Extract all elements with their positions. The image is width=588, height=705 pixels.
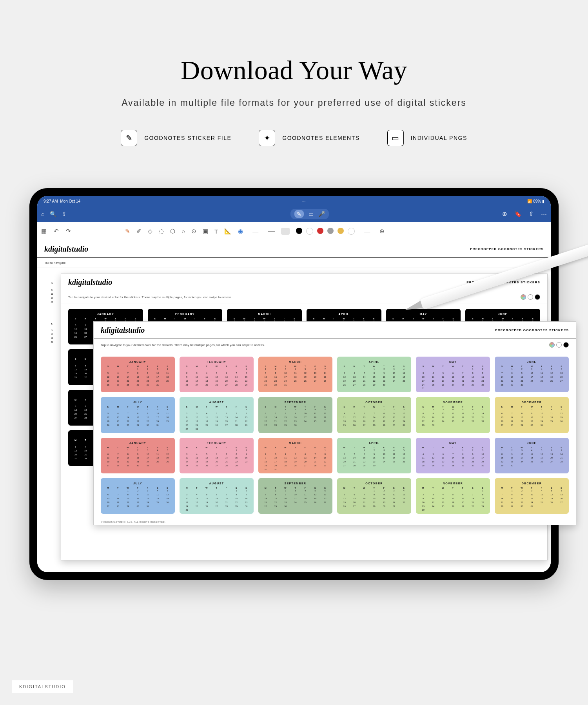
month-name: MAY bbox=[388, 311, 459, 317]
month-name: DECEMBER bbox=[497, 399, 566, 406]
shape-icon[interactable]: ○ bbox=[181, 228, 185, 235]
image-icon[interactable]: ▣ bbox=[203, 228, 208, 235]
mini-calendar[interactable]: JULY MTWTFSS 123456789101112131415161718… bbox=[101, 478, 175, 514]
month-name: JUNE bbox=[497, 440, 566, 446]
folder-icon: ▭ bbox=[387, 130, 404, 146]
palette-swatch[interactable] bbox=[535, 294, 540, 300]
add-icon[interactable]: ⊕ bbox=[502, 210, 507, 217]
pen-tool-icon[interactable]: ✎ bbox=[125, 228, 130, 235]
month-name: MAY bbox=[418, 359, 488, 365]
export-icon[interactable]: ⇧ bbox=[529, 210, 534, 217]
more-icon[interactable]: ⋯ bbox=[541, 210, 547, 217]
month-name: MARCH bbox=[229, 311, 299, 317]
mini-calendar[interactable]: NOVEMBER MTWTFSS 12345678910111213141516… bbox=[416, 478, 490, 514]
footer-brand-tag: KDIGITALSTUDIO bbox=[12, 680, 73, 693]
mini-calendar[interactable]: APRIL SMTWTFS 12345678910111213141516171… bbox=[337, 357, 411, 392]
mini-calendar[interactable]: JUNE MTWTFSS 123456789101112131415161718… bbox=[495, 438, 569, 473]
mini-calendar[interactable]: JUNE SMTWTFS 123456789101112131415161718… bbox=[495, 357, 569, 392]
text-icon[interactable]: T bbox=[214, 228, 218, 235]
undo-icon[interactable]: ↶ bbox=[54, 228, 59, 235]
mini-calendar[interactable]: OCTOBER MTWTFSS 123456789101112131415161… bbox=[337, 478, 411, 514]
page-subtitle: Available in multiple file formats for y… bbox=[0, 98, 588, 108]
color-swatch[interactable] bbox=[338, 228, 344, 234]
format-label: GOODNOTES STICKER FILE bbox=[144, 135, 231, 141]
month-name: FEBRUARY bbox=[150, 311, 220, 317]
month-name: SEPTEMBER bbox=[261, 399, 330, 406]
mini-calendar[interactable]: FEBRUARY SMTWTFS 12345678910111213141516… bbox=[180, 357, 254, 392]
divider: — bbox=[364, 228, 370, 235]
format-option: ✦GOODNOTES ELEMENTS bbox=[259, 130, 359, 146]
format-option: ▭INDIVIDUAL PNGS bbox=[387, 130, 467, 146]
month-name: JANUARY bbox=[103, 440, 172, 446]
format-row: ✎GOODNOTES STICKER FILE✦GOODNOTES ELEMEN… bbox=[0, 130, 588, 146]
pen-mode-icon[interactable]: ✎ bbox=[294, 210, 304, 218]
mini-calendar[interactable]: OCTOBER SMTWTFS 123456789101112131415161… bbox=[337, 397, 411, 433]
status-bar: 9:27 AM Mon Oct 14 ··· 📶 89% ▮ bbox=[37, 196, 551, 206]
color-swatch[interactable] bbox=[317, 228, 323, 234]
month-name: NOVEMBER bbox=[418, 480, 488, 487]
mini-calendar[interactable]: DECEMBER MTWTFSS 12345678910111213141516… bbox=[495, 478, 569, 514]
divider: — bbox=[252, 228, 258, 235]
color-swatch[interactable] bbox=[306, 228, 313, 235]
mini-calendar[interactable]: JULY SMTWTFS 123456789101112131415161718… bbox=[101, 397, 175, 433]
elements-icon[interactable]: ⊙ bbox=[191, 228, 196, 235]
color-swatch[interactable] bbox=[296, 228, 302, 234]
lasso-icon[interactable]: ⬡ bbox=[170, 228, 175, 235]
brand-logo: kdigitalstudio bbox=[68, 278, 112, 287]
mini-calendar[interactable]: DECEMBER SMTWTFS 12345678910111213141516… bbox=[495, 397, 569, 433]
mini-calendar[interactable]: JANUARY SMTWTFS 123456789101112131415161… bbox=[101, 357, 175, 392]
palette-swatch[interactable] bbox=[556, 342, 562, 348]
sticker-sheet-color[interactable]: kdigitalstudio PRECROPPED GOODNOTES STIC… bbox=[93, 321, 576, 525]
home-icon[interactable]: ⌂ bbox=[41, 211, 44, 217]
mini-calendar[interactable]: MAY MTWTFSS 1234567891011121314151617181… bbox=[416, 438, 490, 473]
mini-calendar[interactable]: MARCH SMTWTFS 12345678910111213141516171… bbox=[258, 357, 332, 392]
more-tools-icon[interactable]: ⊕ bbox=[379, 228, 385, 235]
page-title: Download Your Way bbox=[0, 55, 588, 86]
pencil-tool-icon[interactable]: ✐ bbox=[136, 228, 142, 235]
app-topbar: ⌂ 🔍 ⇪ ✎ ▭ 🎤 ⊕ 🔖 ⇧ ⋯ bbox=[37, 206, 551, 222]
month-name: SEPTEMBER bbox=[261, 480, 330, 487]
share-icon[interactable]: ⇪ bbox=[62, 211, 67, 217]
month-name: OCTOBER bbox=[339, 480, 409, 487]
color-swatch[interactable] bbox=[327, 228, 334, 234]
mic-icon[interactable]: 🎤 bbox=[318, 211, 325, 217]
color-swatch[interactable] bbox=[348, 228, 355, 235]
mini-calendar[interactable]: AUGUST SMTWTFS 1234567891011121314151617… bbox=[180, 397, 254, 433]
mode-pills[interactable]: ✎ ▭ 🎤 bbox=[290, 209, 329, 219]
mini-calendar[interactable]: AUGUST MTWTFSS 1234567891011121314151617… bbox=[180, 478, 254, 514]
sheet-tag: PRECROPPED GOODNOTES STICKERS bbox=[495, 328, 569, 332]
pen-icon: ✎ bbox=[121, 130, 137, 146]
search-icon[interactable]: 🔍 bbox=[50, 211, 56, 217]
mini-calendar[interactable]: MAY SMTWTFS 1234567891011121314151617181… bbox=[416, 357, 490, 392]
palette-swatch[interactable] bbox=[521, 294, 526, 300]
ruler-icon[interactable]: 📐 bbox=[224, 228, 232, 235]
laser-icon[interactable]: ◉ bbox=[238, 228, 243, 235]
copyright: © KDIGITALSTUDIO, LLC. ALL RIGHTS RESERV… bbox=[94, 519, 576, 525]
mini-calendar[interactable]: FEBRUARY MTWTFSS 12345678910111213141516… bbox=[180, 438, 254, 473]
palette-swatch[interactable] bbox=[528, 294, 533, 300]
format-option: ✎GOODNOTES STICKER FILE bbox=[121, 130, 231, 146]
format-label: INDIVIDUAL PNGS bbox=[411, 135, 467, 141]
mini-calendar[interactable]: NOVEMBER SMTWTFS 12345678910111213141516… bbox=[416, 397, 490, 433]
text-mode-icon[interactable]: ▭ bbox=[309, 211, 314, 217]
mini-calendar[interactable]: SEPTEMBER MTWTFSS 1234567891011121314151… bbox=[258, 478, 332, 514]
month-name: FEBRUARY bbox=[182, 440, 251, 446]
bookmark-icon[interactable]: 🔖 bbox=[514, 210, 522, 217]
month-name: MARCH bbox=[261, 440, 330, 446]
palette-swatch[interactable] bbox=[549, 342, 555, 348]
mini-calendar[interactable]: APRIL MTWTFSS 12345678910111213141516171… bbox=[337, 438, 411, 473]
month-name: APRIL bbox=[339, 440, 409, 446]
mini-calendar[interactable]: JANUARY MTWTFSS 123456789101112131415161… bbox=[101, 438, 175, 473]
grid-icon[interactable]: ▦ bbox=[41, 228, 47, 235]
mini-calendar[interactable]: MARCH MTWTFSS 12345678910111213141516171… bbox=[258, 438, 332, 473]
month-name: JULY bbox=[103, 480, 172, 487]
month-name: JANUARY bbox=[103, 359, 172, 365]
mini-calendar[interactable]: SEPTEMBER SMTWTFS 1234567891011121314151… bbox=[258, 397, 332, 433]
redo-icon[interactable]: ↷ bbox=[66, 228, 71, 235]
eraser-icon[interactable]: ◌ bbox=[159, 228, 164, 235]
highlighter-icon[interactable]: ◇ bbox=[148, 228, 152, 235]
sheet-tag: PRECROPPED GOODNOTES STICKERS bbox=[470, 247, 544, 251]
brand-logo: kdigitalstudio bbox=[101, 326, 145, 335]
palette-swatch[interactable] bbox=[563, 342, 569, 348]
month-name: APRIL bbox=[309, 311, 379, 317]
